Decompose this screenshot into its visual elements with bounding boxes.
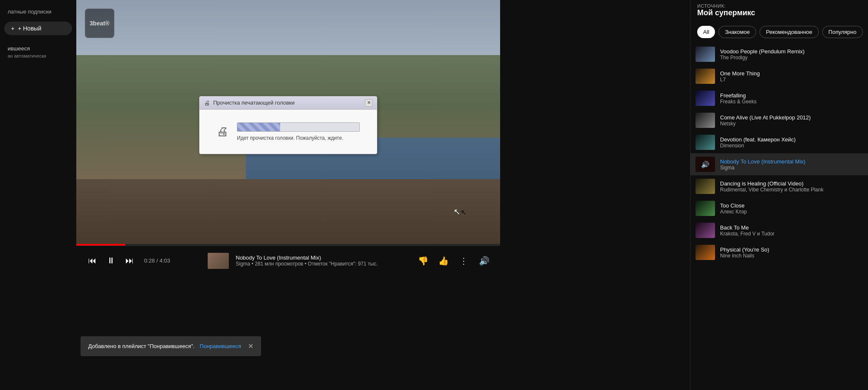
track-item[interactable]: Too CloseАлекс Клэр [690,197,868,219]
main-video-area: 3beat® 🖨 Прочистка печатающей головки ✕ … [76,0,500,275]
thumb-down-icon: 👎 [418,256,428,266]
now-playing-area: Nobody To Love (Instrumental Mix) Sigma … [178,253,407,269]
dialog-status-text: Идет прочистка головки. Пожалуйста, ждит… [237,135,360,141]
sidebar-section-sub: ан автоматически [4,53,72,58]
now-playing-thumbnail [208,253,229,269]
track-artist: Sigma [720,165,863,171]
close-icon: ✕ [367,100,371,105]
track-item[interactable]: Dancing is Healing (Official Video)Rudim… [690,175,868,197]
track-thumbnail [696,245,715,260]
volume-icon: 🔊 [479,256,490,266]
track-artist: Krakota, Fred V и Tudor [720,231,863,237]
track-title: Nobody To Love (Instrumental Mix) [720,158,863,165]
toast-link[interactable]: Понравившееся [200,343,241,349]
panel-playlist-title: Мой супермикс [697,8,861,17]
now-playing-indicator: 🔊 [701,160,709,169]
track-item[interactable]: Voodoo People (Pendulum Remix)The Prodig… [690,43,868,65]
thumb-down-button[interactable]: 👎 [415,253,431,268]
dialog-right-area: Идет прочистка головки. Пожалуйста, ждит… [237,122,360,141]
track-title: Too Close [720,202,863,209]
filter-tab-familiar[interactable]: Знакомое [718,26,756,38]
track-info: Back To MeKrakota, Fred V и Tudor [720,224,863,237]
track-title: Come Alive (Live At Pukkelpop 2012) [720,114,863,121]
toast-notification: Добавлено в плейлист "Понравившееся". По… [81,336,261,356]
track-artist: The Prodigy [720,55,863,61]
track-artist: Nine Inch Nails [720,253,863,259]
sidebar-title: латные подписки [4,8,72,15]
printer-image-icon: 🖨 [217,124,228,138]
now-playing-info: Nobody To Love (Instrumental Mix) Sigma … [236,254,378,267]
volume-button[interactable]: 🔊 [476,253,492,268]
track-thumbnail [696,47,715,62]
track-item[interactable]: FreefallingFreaks & Geeks [690,87,868,109]
filter-tab-recommended[interactable]: Рекомендованное [760,26,818,38]
track-title: Dancing is Healing (Official Video) [720,180,863,187]
now-playing-title: Nobody To Love (Instrumental Mix) [236,254,378,261]
dialog-titlebar: 🖨 Прочистка печатающей головки ✕ [200,97,377,110]
video-background[interactable]: 3beat® 🖨 Прочистка печатающей головки ✕ … [76,0,500,275]
video-controls-bar: ⏮ ⏸ ⏭ 0:28 / 4:03 Nobody To Love (Instru… [76,246,500,275]
playback-controls: ⏮ ⏸ ⏭ 0:28 / 4:03 [76,253,178,268]
track-info: Too CloseАлекс Клэр [720,202,863,215]
track-info: One More ThingL7 [720,70,863,83]
track-item[interactable]: Come Alive (Live At Pukkelpop 2012)Netsk… [690,109,868,131]
playback-time: 0:28 / 4:03 [144,257,170,264]
track-artist: Алекс Клэр [720,209,863,215]
track-info: Nobody To Love (Instrumental Mix)Sigma [720,158,863,171]
track-info: Physical (You're So)Nine Inch Nails [720,246,863,259]
new-button[interactable]: + + Новый [4,22,72,35]
track-title: Devotion (feat. Камерон Хейс) [720,136,863,143]
play-pause-button[interactable]: ⏸ [103,253,119,268]
dialog-overlay: 🖨 Прочистка печатающей головки ✕ 🖨 [76,0,500,275]
sidebar: латные подписки + + Новый ившееся ан авт… [0,0,76,390]
track-thumbnail: 🔊 [696,157,715,172]
current-time: 0:28 [144,257,155,264]
filter-tabs-row: All Знакомое Рекомендованное Популярно [690,26,868,43]
track-item[interactable]: 🔊Nobody To Love (Instrumental Mix)Sigma [690,153,868,175]
track-artist: Dimension [720,143,863,149]
track-info: Devotion (feat. Камерон Хейс)Dimension [720,136,863,149]
printer-title-icon: 🖨 [204,100,210,106]
panel-source-label: источник: [697,3,861,8]
now-playing-subtitle: Sigma • 281 млн просмотров • Отметок "Нр… [236,261,378,267]
track-title: Physical (You're So) [720,246,863,253]
track-thumbnail [696,69,715,84]
dialog-body: 🖨 Идет прочистка головки. Пожалуйста, жд… [200,110,377,154]
more-icon: ⋮ [459,256,468,266]
thumb-up-button[interactable]: 👍 [436,253,451,268]
filter-tab-all[interactable]: All [697,26,715,38]
track-thumbnail [696,179,715,194]
track-item[interactable]: One More ThingL7 [690,65,868,87]
track-thumbnail [696,113,715,128]
next-button[interactable]: ⏭ [122,253,137,268]
track-info: Voodoo People (Pendulum Remix)The Prodig… [720,48,863,61]
track-title: One More Thing [720,70,863,77]
dialog-title-text: Прочистка печатающей головки [213,100,295,106]
extra-controls: 👎 👍 ⋮ 🔊 [407,253,500,268]
track-list: Voodoo People (Pendulum Remix)The Prodig… [690,43,868,390]
prev-icon: ⏮ [88,256,97,266]
track-artist: Rudimental, Vibe Chemistry и Charlotte P… [720,187,863,193]
dialog-content-row: 🖨 Идет прочистка головки. Пожалуйста, жд… [217,122,360,141]
new-button-label: + Новый [18,25,41,32]
track-item[interactable]: Back To MeKrakota, Fred V и Tudor [690,219,868,241]
next-icon: ⏭ [125,256,134,266]
toast-close-icon: ✕ [248,343,253,350]
filter-tab-popular[interactable]: Популярно [822,26,863,38]
track-item[interactable]: Physical (You're So)Nine Inch Nails [690,241,868,263]
track-artist: Freaks & Geeks [720,99,863,105]
total-time: 4:03 [159,257,170,264]
track-item[interactable]: Devotion (feat. Камерон Хейс)Dimension [690,131,868,153]
toast-link-text: Понравившееся [200,343,241,349]
prev-button[interactable]: ⏮ [85,253,100,268]
track-info: Come Alive (Live At Pukkelpop 2012)Netsk… [720,114,863,127]
more-options-button[interactable]: ⋮ [456,253,471,268]
track-title: Back To Me [720,224,863,231]
toast-close-button[interactable]: ✕ [248,342,253,350]
dialog-progress-bar-inner [237,123,280,131]
track-info: Dancing is Healing (Official Video)Rudim… [720,180,863,193]
plus-icon: + [11,25,14,32]
track-thumbnail [696,201,715,216]
dialog-close-button[interactable]: ✕ [365,99,373,107]
track-thumbnail [696,223,715,238]
